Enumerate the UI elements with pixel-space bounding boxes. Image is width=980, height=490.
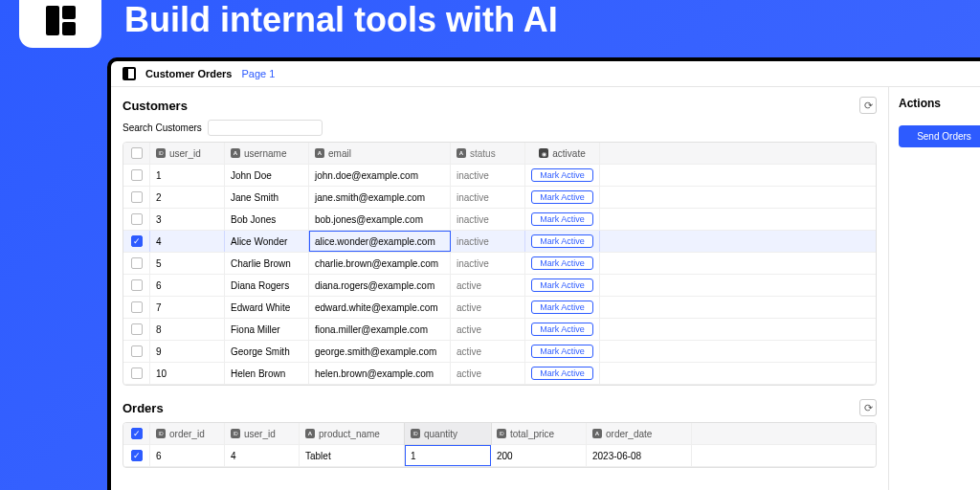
mark-active-button[interactable]: Mark Active (531, 323, 593, 336)
cell-status[interactable]: inactive (451, 253, 525, 274)
table-row[interactable]: 4 Alice Wonder alice.wonder@example.com … (123, 231, 876, 253)
row-checkbox[interactable] (131, 257, 143, 269)
cell-quantity[interactable]: 1 (405, 445, 491, 466)
cell-order-id[interactable]: 6 (150, 445, 225, 466)
cell-status[interactable]: inactive (451, 187, 525, 208)
col-order-user-id[interactable]: user_id (244, 429, 276, 439)
mark-active-button[interactable]: Mark Active (531, 168, 593, 182)
col-order-date[interactable]: order_date (606, 429, 652, 439)
table-row[interactable]: 6 Diana Rogers diana.rogers@example.com … (123, 275, 876, 297)
row-checkbox[interactable] (131, 368, 143, 379)
cell-email[interactable]: george.smith@example.com (309, 341, 451, 362)
row-checkbox[interactable] (131, 191, 143, 203)
page-indicator[interactable]: Page 1 (241, 68, 275, 79)
table-row[interactable]: 9 George Smith george.smith@example.com … (123, 341, 876, 363)
mark-active-button[interactable]: Mark Active (531, 301, 593, 314)
id-column-icon (231, 429, 240, 438)
cell-status[interactable]: active (451, 297, 525, 318)
table-row[interactable]: 3 Bob Jones bob.jones@example.com inacti… (123, 209, 876, 231)
table-row[interactable]: 8 Fiona Miller fiona.miller@example.com … (123, 319, 876, 341)
cell-username[interactable]: Diana Rogers (225, 275, 309, 296)
cell-status[interactable]: active (451, 341, 525, 362)
cell-username[interactable]: Bob Jones (225, 209, 309, 230)
table-row[interactable]: 2 Jane Smith jane.smith@example.com inac… (123, 187, 876, 209)
cell-username[interactable]: John Doe (225, 165, 309, 186)
cell-user-id[interactable]: 2 (150, 187, 225, 208)
cell-user-id[interactable]: 5 (150, 253, 225, 274)
col-quantity[interactable]: quantity (424, 429, 457, 439)
row-checkbox[interactable] (131, 279, 143, 291)
row-checkbox[interactable] (131, 323, 143, 335)
mark-active-button[interactable]: Mark Active (531, 234, 593, 248)
send-orders-button[interactable]: Send Orders (899, 125, 980, 147)
cell-username[interactable]: George Smith (225, 341, 309, 362)
cell-order-date[interactable]: 2023-06-08 (587, 445, 692, 466)
cell-user-id[interactable]: 8 (150, 319, 225, 340)
cell-user-id[interactable]: 4 (150, 231, 225, 252)
cell-username[interactable]: Fiona Miller (225, 319, 309, 340)
cell-user-id[interactable]: 3 (150, 209, 225, 230)
cell-email[interactable]: fiona.miller@example.com (309, 319, 451, 340)
table-row[interactable]: 10 Helen Brown helen.brown@example.com a… (123, 363, 876, 385)
cell-email[interactable]: diana.rogers@example.com (309, 275, 451, 296)
col-user-id[interactable]: user_id (169, 148, 201, 159)
cell-user-id[interactable]: 1 (150, 165, 225, 186)
row-checkbox[interactable] (131, 169, 143, 181)
cell-email[interactable]: charlie.brown@example.com (309, 253, 451, 274)
col-username[interactable]: username (244, 148, 286, 159)
search-customers-input[interactable] (208, 120, 323, 136)
col-order-id[interactable]: order_id (169, 429, 205, 439)
cell-user-id[interactable]: 7 (150, 297, 225, 318)
table-row[interactable]: 1 John Doe john.doe@example.com inactive… (123, 165, 876, 187)
refresh-customers-button[interactable]: ⟳ (859, 97, 877, 114)
app-window: Customer Orders Page 1 Customers ⟳ Searc… (107, 57, 980, 490)
cell-email[interactable]: alice.wonder@example.com (309, 231, 451, 252)
mark-active-button[interactable]: Mark Active (531, 212, 593, 226)
row-checkbox[interactable] (131, 301, 143, 313)
cell-email[interactable]: edward.white@example.com (309, 297, 451, 318)
col-email[interactable]: email (328, 148, 351, 159)
id-column-icon (156, 429, 166, 438)
cell-email[interactable]: helen.brown@example.com (309, 363, 451, 384)
cell-user-id[interactable]: 9 (150, 341, 225, 362)
row-checkbox[interactable] (131, 450, 143, 461)
select-all-checkbox[interactable] (131, 147, 143, 159)
cell-username[interactable]: Jane Smith (225, 187, 309, 208)
id-column-icon (156, 148, 166, 158)
cell-username[interactable]: Edward White (225, 297, 309, 318)
cell-status[interactable]: active (451, 319, 525, 340)
mark-active-button[interactable]: Mark Active (531, 256, 593, 270)
col-total-price[interactable]: total_price (510, 429, 554, 439)
col-activate[interactable]: activate (552, 148, 585, 159)
cell-email[interactable]: john.doe@example.com (309, 165, 451, 186)
mark-active-button[interactable]: Mark Active (531, 278, 593, 292)
cell-status[interactable]: inactive (451, 209, 525, 230)
row-checkbox[interactable] (131, 235, 143, 247)
cell-status[interactable]: active (451, 275, 525, 296)
cell-username[interactable]: Helen Brown (225, 363, 309, 384)
mark-active-button[interactable]: Mark Active (531, 190, 593, 204)
cell-product-name[interactable]: Tablet (300, 445, 405, 466)
row-checkbox[interactable] (131, 213, 143, 225)
row-checkbox[interactable] (131, 345, 143, 357)
cell-email[interactable]: bob.jones@example.com (309, 209, 451, 230)
col-product-name[interactable]: product_name (319, 429, 380, 439)
mark-active-button[interactable]: Mark Active (531, 367, 593, 380)
cell-status[interactable]: active (451, 363, 525, 384)
select-all-orders-checkbox[interactable] (131, 428, 143, 439)
cell-user-id[interactable]: 6 (150, 275, 225, 296)
cell-status[interactable]: inactive (451, 231, 525, 252)
cell-status[interactable]: inactive (451, 165, 525, 186)
cell-username[interactable]: Alice Wonder (225, 231, 309, 252)
table-row[interactable]: 7 Edward White edward.white@example.com … (123, 297, 876, 319)
table-row[interactable]: 5 Charlie Brown charlie.brown@example.co… (123, 253, 876, 275)
cell-user-id[interactable]: 10 (150, 363, 225, 384)
mark-active-button[interactable]: Mark Active (531, 345, 593, 358)
col-status[interactable]: status (470, 148, 496, 159)
cell-username[interactable]: Charlie Brown (225, 253, 309, 274)
cell-user-id[interactable]: 4 (225, 445, 300, 466)
table-row[interactable]: 6 4 Tablet 1 200 2023-06-08 (123, 445, 876, 467)
cell-email[interactable]: jane.smith@example.com (309, 187, 451, 208)
cell-total-price[interactable]: 200 (491, 445, 587, 466)
refresh-orders-button[interactable]: ⟳ (859, 399, 877, 416)
